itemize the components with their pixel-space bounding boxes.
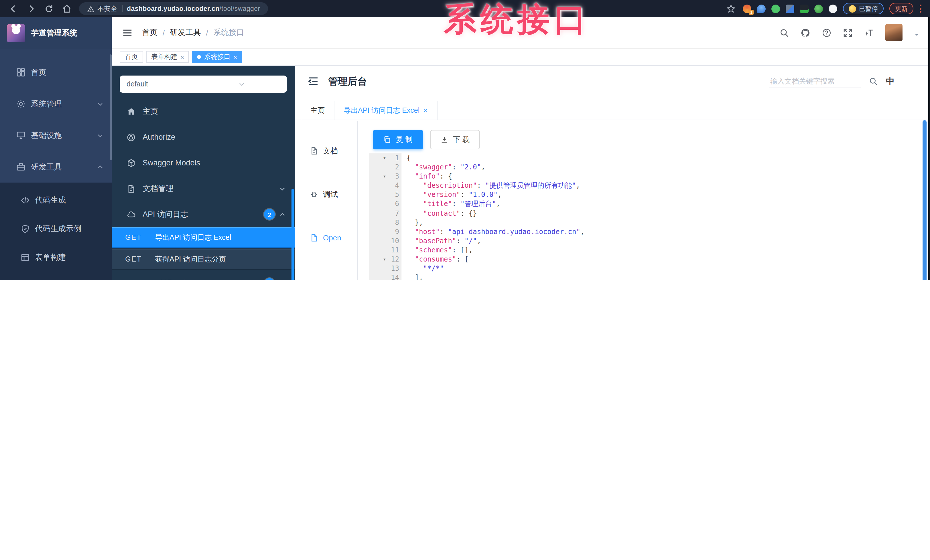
copy-button[interactable]: 复 制 bbox=[373, 130, 423, 149]
extension-grid-icon[interactable] bbox=[786, 4, 794, 13]
page-scrollbar[interactable] bbox=[922, 120, 927, 280]
vertical-tab[interactable]: Open bbox=[295, 224, 357, 251]
caret-down-icon[interactable] bbox=[914, 30, 920, 35]
update-button[interactable]: 更新 bbox=[889, 3, 913, 14]
line-number[interactable]: ▾1 bbox=[370, 153, 402, 163]
sidebar-item[interactable]: 基础设施 bbox=[0, 120, 112, 151]
sidebar-item[interactable]: 首页 bbox=[0, 57, 112, 88]
url-path: /tool/swagger bbox=[220, 5, 260, 12]
operation-row[interactable]: GET 导出API 访问日志 Excel bbox=[112, 227, 295, 248]
swagger-nav-scrollbar[interactable] bbox=[291, 189, 294, 280]
collapse-nav-icon[interactable] bbox=[308, 75, 319, 87]
extension-drop-icon[interactable] bbox=[757, 4, 766, 13]
github-icon[interactable] bbox=[801, 28, 810, 37]
breadcrumb-group[interactable]: 研发工具 bbox=[170, 28, 201, 38]
close-icon[interactable]: × bbox=[180, 54, 184, 60]
vertical-tab[interactable]: 调试 bbox=[295, 181, 357, 208]
active-dot bbox=[197, 55, 201, 59]
code-line: ▾11 "schemes": [], bbox=[370, 245, 924, 255]
sidebar-item[interactable]: 系统管理 bbox=[0, 88, 112, 120]
code-line: ▾7 "contact": {} bbox=[370, 209, 924, 218]
hamburger-icon[interactable] bbox=[122, 27, 133, 38]
help-icon[interactable] bbox=[822, 28, 831, 37]
line-number[interactable]: ▾14 bbox=[370, 273, 402, 280]
swagger-nav-item[interactable]: 主页 bbox=[112, 98, 295, 124]
line-number[interactable]: ▾12 bbox=[370, 255, 402, 264]
gear-icon bbox=[16, 99, 26, 109]
tag-chip[interactable]: 首页 × bbox=[120, 51, 143, 63]
line-number[interactable]: ▾4 bbox=[370, 181, 402, 190]
reload-icon[interactable] bbox=[44, 4, 54, 14]
user-avatar[interactable] bbox=[885, 24, 902, 41]
forward-icon[interactable] bbox=[26, 4, 36, 14]
doc-icon bbox=[310, 147, 319, 155]
extension-puzzle-icon[interactable] bbox=[828, 4, 837, 13]
json-code-editor[interactable]: ▾1 { ▾2 "swagger": "2.0", ▾3 "info": { ▾… bbox=[370, 153, 924, 280]
extension-orange-icon[interactable]: 1 bbox=[743, 4, 751, 13]
fullscreen-icon[interactable] bbox=[843, 28, 853, 37]
swagger-nav-item[interactable]: Swagger Models bbox=[112, 150, 295, 176]
line-number[interactable]: ▾6 bbox=[370, 199, 402, 209]
line-number[interactable]: ▾9 bbox=[370, 227, 402, 236]
profile-paused-pill[interactable]: 已暂停 bbox=[843, 3, 884, 14]
form-icon bbox=[21, 253, 30, 262]
security-label: 不安全 bbox=[97, 4, 117, 13]
code-line: ▾14 ], bbox=[370, 273, 924, 280]
tag-chip[interactable]: 表单构建 × bbox=[146, 51, 189, 63]
address-bar[interactable]: 不安全 dashboard.yudao.iocoder.cn/tool/swag… bbox=[79, 2, 268, 15]
search-icon[interactable] bbox=[869, 77, 878, 86]
code-icon bbox=[21, 196, 30, 205]
browser-home-icon[interactable] bbox=[62, 4, 72, 14]
api-group-select[interactable]: default bbox=[120, 75, 287, 93]
swagger-nav-item[interactable]: API 访问日志 2 bbox=[112, 201, 295, 227]
font-size-icon[interactable] bbox=[864, 28, 874, 37]
extension-on-icon[interactable] bbox=[800, 4, 808, 13]
code-line: ▾2 "swagger": "2.0", bbox=[370, 163, 924, 172]
close-icon[interactable]: × bbox=[423, 106, 428, 115]
line-number[interactable]: ▾7 bbox=[370, 209, 402, 218]
bookmark-star-icon[interactable] bbox=[726, 4, 736, 14]
extension-green-check-icon[interactable] bbox=[771, 4, 780, 13]
swagger-nav-item[interactable]: Authorize bbox=[112, 124, 295, 150]
sidebar-subitem[interactable]: 代码生成 bbox=[0, 186, 112, 215]
close-icon[interactable]: × bbox=[233, 54, 237, 60]
operation-list: GET 导出API 访问日志 Excel GET 获得API 访问日志分页 bbox=[112, 227, 295, 270]
controller-group[interactable]: API 错误日志 3 bbox=[112, 271, 295, 280]
update-label: 更新 bbox=[895, 4, 908, 13]
chevron-icon bbox=[279, 211, 286, 218]
line-number[interactable]: ▾5 bbox=[370, 190, 402, 199]
doc-tab[interactable]: 导出API 访问日志 Excel × bbox=[334, 101, 437, 120]
editor-toolbar: 复 制 下 载 bbox=[373, 130, 480, 149]
bug-icon bbox=[310, 190, 319, 199]
download-button[interactable]: 下 载 bbox=[430, 130, 480, 149]
line-number[interactable]: ▾13 bbox=[370, 264, 402, 273]
screen: 不安全 dashboard.yudao.iocoder.cn/tool/swag… bbox=[0, 0, 930, 280]
sidebar-subitem[interactable]: 表单构建 bbox=[0, 243, 112, 272]
doc-search-input[interactable] bbox=[769, 75, 861, 88]
line-number[interactable]: ▾10 bbox=[370, 236, 402, 245]
sidebar-subitem[interactable]: 系统接口 bbox=[0, 272, 112, 280]
line-number[interactable]: ▾8 bbox=[370, 218, 402, 227]
breadcrumb-home[interactable]: 首页 bbox=[142, 28, 157, 38]
language-icon[interactable]: 中 bbox=[886, 76, 895, 87]
line-number[interactable]: ▾11 bbox=[370, 245, 402, 255]
line-number[interactable]: ▾2 bbox=[370, 163, 402, 172]
operation-row[interactable]: GET 获得API 访问日志分页 bbox=[112, 249, 295, 270]
sidebar-subitem[interactable]: 代码生成示例 bbox=[0, 215, 112, 243]
monitor-icon bbox=[16, 130, 26, 140]
tag-chip[interactable]: 系统接口 × bbox=[192, 51, 242, 63]
browser-menu-icon[interactable] bbox=[920, 5, 922, 12]
selected-group: default bbox=[126, 80, 203, 88]
line-number[interactable]: ▾3 bbox=[370, 172, 402, 181]
download-icon bbox=[440, 136, 448, 144]
swagger-nav-item[interactable]: 文档管理 bbox=[112, 176, 295, 201]
sidebar-item[interactable]: 研发工具 bbox=[0, 151, 112, 183]
extension-leaf-icon[interactable] bbox=[815, 4, 823, 13]
breadcrumb-current: 系统接口 bbox=[213, 28, 244, 38]
doc-tab[interactable]: 主页 × bbox=[301, 101, 334, 120]
vertical-tab[interactable]: 文档 bbox=[295, 137, 357, 164]
app-logo[interactable]: 芋道管理系统 bbox=[0, 17, 112, 49]
back-icon[interactable] bbox=[9, 4, 18, 14]
search-icon[interactable] bbox=[779, 28, 789, 37]
count-badge: 3 bbox=[264, 278, 275, 280]
